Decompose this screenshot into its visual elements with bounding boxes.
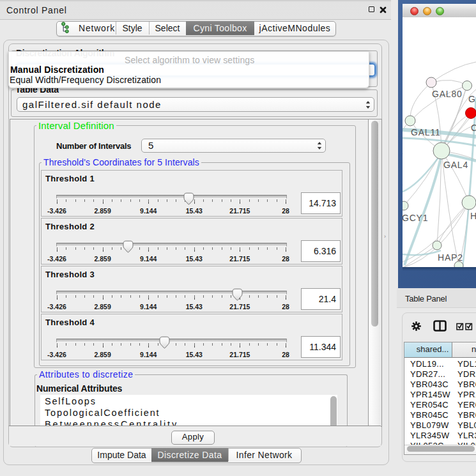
svg-text:GAL11: GAL11 [411,127,441,137]
svg-text:H: H [470,211,476,221]
svg-text:GAL4: GAL4 [443,160,468,170]
svg-text:GA: GA [468,94,476,104]
svg-text:C: C [471,123,476,133]
svg-text:HAP2: HAP2 [438,252,463,263]
svg-text:GAL80: GAL80 [432,89,463,99]
svg-text:GCY1: GCY1 [403,213,428,223]
